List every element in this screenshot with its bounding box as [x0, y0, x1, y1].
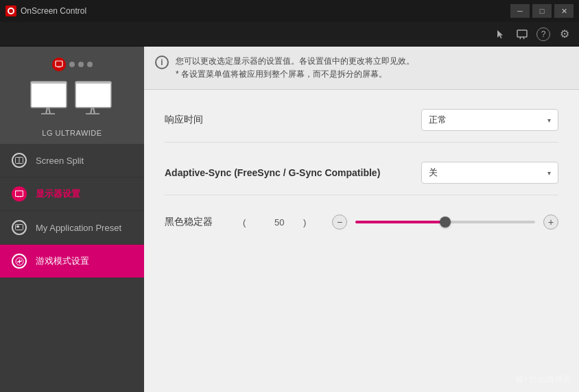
svg-rect-14: [75, 82, 111, 84]
game-mode-label: 游戏模式设置: [36, 255, 89, 267]
svg-line-16: [93, 108, 95, 114]
slider-value: (: [243, 217, 263, 228]
adaptive-sync-row: Adaptive-Sync (FreeSync / G-Sync Compati…: [165, 156, 558, 195]
sidebar-item-game-mode[interactable]: 游戏模式设置: [0, 245, 144, 278]
svg-point-29: [17, 262, 19, 263]
response-time-dropdown[interactable]: 正常 ▾: [421, 109, 558, 131]
svg-rect-8: [31, 82, 67, 108]
settings-area: 响应时间 正常 ▾ Adaptive-Sync (FreeSync / G-Sy…: [144, 90, 579, 392]
display-settings-icon: [11, 186, 27, 202]
monitor-icon[interactable]: [515, 27, 530, 42]
black-stabilizer-label: 黑色稳定器: [165, 216, 213, 228]
slider-container: (50) − +: [243, 215, 558, 230]
info-line1: 您可以更改选定显示器的设置值。各设置值中的更改将立即见效。: [176, 56, 414, 66]
info-banner: i 您可以更改选定显示器的设置值。各设置值中的更改将立即见效。 * 各设置菜单值…: [144, 47, 579, 90]
window-controls: ─ □ ✕: [510, 4, 574, 18]
monitor-dots: [7, 58, 137, 71]
response-time-arrow: ▾: [547, 117, 551, 124]
title-bar-text: OnScreen Control: [21, 6, 510, 16]
monitor-illustration: [27, 78, 117, 126]
svg-point-1: [9, 9, 13, 13]
display-settings-label: 显示器设置: [36, 188, 80, 200]
svg-line-11: [49, 108, 50, 114]
svg-rect-9: [31, 82, 67, 84]
svg-point-28: [21, 260, 22, 261]
maximize-button[interactable]: □: [532, 4, 552, 18]
info-line2: * 各设置菜单值将被应用到整个屏幕，而不是拆分的屏幕。: [176, 69, 387, 79]
svg-rect-5: [56, 61, 62, 66]
slider-fill: [355, 221, 445, 223]
svg-rect-13: [75, 82, 111, 108]
black-stabilizer-row: 黑色稳定器 (50) − +: [165, 209, 558, 235]
slider-track[interactable]: [355, 221, 535, 223]
app-icon: [5, 5, 16, 16]
response-time-value: 正常: [429, 114, 447, 126]
response-time-row: 响应时间 正常 ▾: [165, 103, 558, 143]
svg-line-10: [46, 108, 47, 114]
slider-decrease-button[interactable]: −: [332, 215, 347, 230]
app-preset-icon: [11, 219, 27, 236]
slider-increase-button[interactable]: +: [543, 215, 558, 230]
game-mode-icon: [11, 253, 27, 269]
svg-line-6: [58, 66, 58, 68]
info-text: 您可以更改选定显示器的设置值。各设置值中的更改将立即见效。 * 各设置菜单值将被…: [176, 55, 414, 81]
active-monitor-dot[interactable]: [52, 58, 66, 71]
sidebar: LG ULTRAWIDE Screen Split: [0, 47, 144, 392]
title-bar: OnScreen Control ─ □ ✕: [0, 0, 579, 22]
screen-split-icon: [11, 152, 27, 169]
help-icon[interactable]: ?: [536, 27, 550, 41]
settings-icon[interactable]: ⚙: [557, 27, 572, 42]
monitor-dot-2[interactable]: [69, 62, 75, 67]
app-preset-label: My Application Preset: [36, 223, 121, 233]
adaptive-sync-dropdown[interactable]: 关 ▾: [421, 162, 558, 184]
sidebar-item-screen-split[interactable]: Screen Split: [0, 144, 144, 177]
sidebar-item-app-preset[interactable]: My Application Preset: [0, 211, 144, 245]
minimize-button[interactable]: ─: [510, 4, 530, 18]
toolbar: ? ⚙: [0, 22, 579, 47]
svg-rect-24: [16, 225, 19, 228]
slider-number: 50: [274, 217, 295, 228]
svg-line-3: [520, 37, 521, 39]
main-layout: LG ULTRAWIDE Screen Split: [0, 47, 579, 392]
svg-rect-20: [16, 191, 23, 197]
monitor-dot-3[interactable]: [78, 62, 84, 67]
slider-close: ): [303, 217, 324, 228]
close-button[interactable]: ✕: [554, 4, 574, 18]
svg-rect-2: [517, 30, 527, 37]
info-icon: i: [155, 56, 169, 69]
svg-line-22: [21, 197, 21, 198]
content-area: i 您可以更改选定显示器的设置值。各设置值中的更改将立即见效。 * 各设置菜单值…: [144, 47, 579, 392]
svg-line-7: [60, 66, 60, 68]
monitor-area: LG ULTRAWIDE: [0, 47, 144, 144]
adaptive-sync-arrow: ▾: [547, 169, 551, 177]
svg-line-15: [91, 108, 92, 114]
svg-line-21: [18, 197, 19, 198]
screen-split-label: Screen Split: [36, 156, 84, 166]
monitor-dot-4[interactable]: [87, 62, 93, 67]
adaptive-sync-value: 关: [429, 167, 438, 179]
sidebar-item-display-settings[interactable]: 显示器设置: [0, 177, 144, 211]
monitor-label: LG ULTRAWIDE: [42, 129, 102, 137]
adaptive-sync-label: Adaptive-Sync (FreeSync / G-Sync Compati…: [165, 167, 380, 178]
cursor-icon[interactable]: [493, 27, 508, 42]
svg-line-4: [523, 37, 524, 39]
response-time-label: 响应时间: [165, 114, 203, 126]
slider-thumb[interactable]: [440, 217, 451, 228]
